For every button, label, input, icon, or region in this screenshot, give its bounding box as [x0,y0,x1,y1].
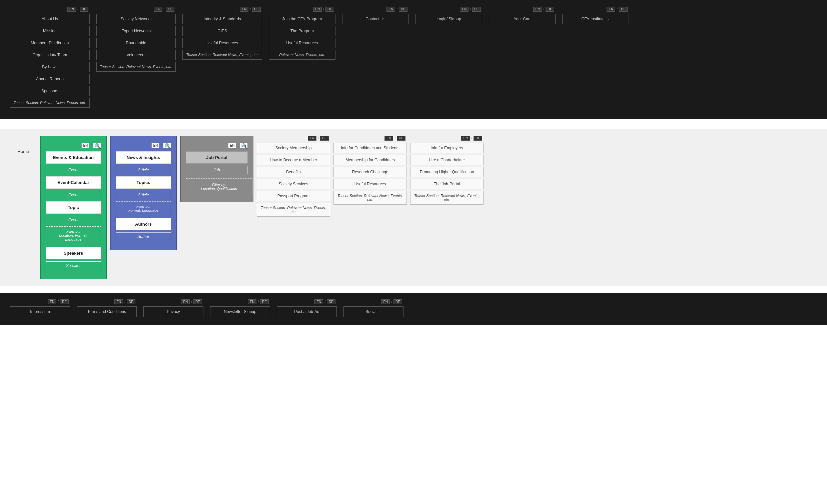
lang-en-footer-impressum[interactable]: EN [48,299,56,304]
nav-cfa-institute[interactable]: CFA-Institute → [562,14,629,24]
lang-en-footer-privacy[interactable]: EN [181,299,190,304]
footer-privacy[interactable]: Privacy [143,306,203,317]
blue-author[interactable]: Author [116,232,171,241]
blue-article-2[interactable]: Article [116,191,171,199]
nav-your-cart[interactable]: Your Cart [489,14,555,24]
lang-de-footer-terms[interactable]: DE [127,299,135,304]
green-event-2[interactable]: Event [46,191,101,199]
lang-en-networks[interactable]: EN [154,7,162,12]
footer-post-job-ad[interactable]: Post a Job-Ad [277,306,337,317]
panel-lang-en-blue[interactable]: EN [151,143,159,148]
lang-en-integrity[interactable]: EN [240,7,248,12]
nav-by-laws[interactable]: By-Laws [10,62,90,72]
lang-en-about[interactable]: EN [67,7,76,12]
nav-teaser-cfa[interactable]: Relevant News, Events, etc. [269,50,336,60]
nav-join-cfa-program[interactable]: Join the CFA-Program [269,14,336,24]
nav-volunteers[interactable]: Volunteers [96,50,176,60]
nav-membership-candidates[interactable]: Membership for Candidates [334,155,407,165]
nav-useful-resources-cfa[interactable]: Useful Resources [269,38,336,48]
nav-hire-charterholder[interactable]: Hire a Charterholder [410,155,484,165]
lang-en-cart[interactable]: EN [533,7,542,12]
nav-teaser-employers[interactable]: Teaser Section: Relevant News, Events, e… [410,191,484,205]
lang-de-about[interactable]: DE [80,7,88,12]
lang-de-footer-social[interactable]: DE [393,299,402,304]
nav-about-us[interactable]: About Us [10,14,90,24]
green-speaker[interactable]: Speaker [46,261,101,270]
lang-de-networks[interactable]: DE [166,7,175,12]
nav-teaser-about[interactable]: Teaser Section: Relevant News, Events, e… [10,98,90,108]
green-event-3[interactable]: Event [46,216,101,224]
green-topic[interactable]: Topic [46,201,101,214]
nav-annual-reports[interactable]: Annual Reports [10,74,90,84]
green-speakers[interactable]: Speakers [46,247,101,259]
blue-news-insights[interactable]: News & Insights [116,151,171,164]
footer-social[interactable]: Social → [343,306,403,317]
lang-de-footer-newsletter[interactable]: DE [260,299,269,304]
nav-members-distribution[interactable]: Members-Distribution [10,38,90,48]
panel-lang-en-gray[interactable]: EN [228,143,236,148]
nav-organisation-team[interactable]: Organisation/ Team [10,50,90,60]
lang-de-employers[interactable]: DE [474,136,482,141]
lang-en-footer-post-job[interactable]: EN [314,299,323,304]
blue-authors[interactable]: Authors [116,218,171,230]
nav-society-networks[interactable]: Society Networks [96,14,176,24]
nav-research-challenge[interactable]: Research Challenge [334,167,407,177]
nav-passport-program[interactable]: Passport Program [257,191,330,201]
nav-teaser-society[interactable]: Teaser Section: Relevant News, Events, e… [257,203,330,217]
nav-teaser-candidates[interactable]: Teaser Section: Relevant News, Events, e… [334,191,407,205]
lang-de-candidates[interactable]: DE [397,136,405,141]
lang-en-cfa[interactable]: EN [313,7,322,12]
search-icon-gray[interactable]: 🔍 [241,143,248,149]
nav-contact-us[interactable]: Contact Us [342,14,409,24]
lang-en-employers[interactable]: EN [461,136,470,141]
lang-de-footer-impressum[interactable]: DE [60,299,69,304]
nav-society-services[interactable]: Society Services [257,179,330,189]
nav-sponsors[interactable]: Sponsors [10,86,90,96]
lang-de-cfa-institute[interactable]: DE [619,7,628,12]
lang-en-footer-newsletter[interactable]: EN [248,299,256,304]
nav-integrity-standards[interactable]: Integrity & Standards [182,14,262,24]
lang-de-society[interactable]: DE [320,136,329,141]
lang-en-footer-social[interactable]: EN [381,299,390,304]
nav-benefits[interactable]: Benefits [257,167,330,177]
nav-login-signup[interactable]: Login/ Signup [416,14,482,24]
lang-de-contact[interactable]: DE [399,7,407,12]
blue-topics[interactable]: Topics [116,177,171,189]
nav-info-employers[interactable]: Info for Employers [410,143,484,153]
nav-useful-resources-integrity[interactable]: Useful Resources [182,38,262,48]
search-icon-blue[interactable]: 🔍 [164,143,171,149]
footer-newsletter[interactable]: Newsletter Signup [210,306,270,317]
nav-roundtable[interactable]: Roundtable [96,38,176,48]
nav-useful-resources-candidates[interactable]: Useful Resources [334,179,407,189]
green-event-1[interactable]: Event [46,166,101,174]
green-event-calendar[interactable]: Event-Calendar [46,177,101,189]
nav-mission[interactable]: Mission [10,26,90,36]
nav-promoting-higher-qualification[interactable]: Promoting Higher Qualification [410,167,484,177]
lang-de-login[interactable]: DE [472,7,481,12]
lang-en-footer-terms[interactable]: EN [114,299,123,304]
nav-gips[interactable]: GIPS [182,26,262,36]
gray-job-portal[interactable]: Job Portal [186,151,248,164]
lang-en-cfa-institute[interactable]: EN [606,7,615,12]
nav-job-portal-link[interactable]: The Job-Portal [410,179,484,189]
nav-the-program[interactable]: The Program [269,26,336,36]
nav-how-to-become-member[interactable]: How to Become a Member [257,155,330,165]
lang-en-society[interactable]: EN [308,136,317,141]
lang-de-footer-post-job[interactable]: DE [327,299,336,304]
lang-en-contact[interactable]: EN [387,7,395,12]
nav-teaser-networks[interactable]: Teaser Section: Relevant News, Events, e… [96,62,176,72]
lang-de-footer-privacy[interactable]: DE [193,299,202,304]
home-label[interactable]: Home [10,136,37,167]
nav-expert-networks[interactable]: Expert Networks [96,26,176,36]
nav-society-membership[interactable]: Society Membership [257,143,330,153]
blue-article-1[interactable]: Article [116,166,171,174]
footer-terms[interactable]: Terms and Conditions [77,306,137,317]
lang-de-integrity[interactable]: DE [252,7,261,12]
panel-lang-en-green[interactable]: EN [81,143,89,148]
lang-en-candidates[interactable]: EN [385,136,393,141]
gray-job[interactable]: Job [186,166,248,174]
lang-de-cfa[interactable]: DE [326,7,334,12]
lang-en-login[interactable]: EN [460,7,469,12]
search-icon-green[interactable]: 🔍 [94,143,101,149]
lang-de-cart[interactable]: DE [545,7,554,12]
